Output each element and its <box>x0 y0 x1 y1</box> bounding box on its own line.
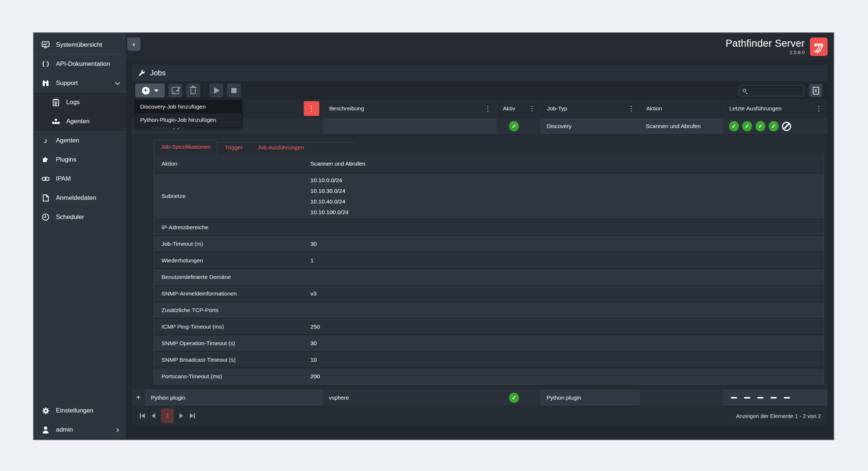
spec-row: SNMP-Anmeldeinformationen v3 <box>154 285 823 301</box>
sidebar-item-api-dokumentation[interactable]: { } API-Dokumentation <box>34 54 126 74</box>
spec-label: ICMP Ping-Timeout (ms) <box>154 323 310 330</box>
detail-tabstrip: Job-Spezifikationen Trigger Job-Ausführu… <box>154 140 824 155</box>
main-area: ‹ Pathfinder Server 2.5.6.0 Jobs <box>126 33 833 439</box>
excel-export-icon: x <box>813 87 819 95</box>
table-row-python-plugin[interactable]: + Python plugin vsphere ✓ Python plugin <box>132 389 828 406</box>
sidebar-item-logs[interactable]: Logs <box>34 93 126 112</box>
sidebar-item-scheduler[interactable]: Scheduler <box>34 208 126 227</box>
spec-row: Portscans-Timeout (ms) 200 <box>154 368 823 384</box>
tab-trigger[interactable]: Trigger <box>217 142 250 152</box>
cell-job-typ: Discovery <box>541 118 640 134</box>
check-circle-icon: ✓ <box>729 121 739 131</box>
subnet-value: 10.10.40.0/24 <box>310 196 820 207</box>
sidebar-collapse-button[interactable]: ‹ <box>127 38 140 51</box>
column-menu-button-active[interactable]: ⋮ <box>304 101 319 116</box>
previous-page-button[interactable] <box>148 409 159 423</box>
search-box[interactable] <box>739 85 804 96</box>
bar-icon <box>140 413 141 418</box>
sidebar-item-anmeldedaten[interactable]: Anmeldedaten <box>34 188 126 208</box>
add-job-split-button[interactable]: + <box>135 84 165 98</box>
sidebar-item-agenten[interactable]: ♪ Agenten <box>34 131 126 150</box>
header-beschreibung[interactable]: Beschreibung ⋮ <box>323 99 497 118</box>
page-title: Jobs <box>150 69 166 77</box>
cell-name: Python plugin <box>145 389 323 406</box>
topbar: ‹ Pathfinder Server 2.5.6.0 <box>126 33 833 60</box>
link-icon <box>41 177 50 181</box>
menu-item-python-plugin-job[interactable]: Python-Plugin-Job hinzufügen <box>135 113 242 127</box>
sidebar-item-systemuebersicht[interactable]: Systemübersicht <box>34 35 126 54</box>
chevron-down-icon <box>115 80 120 85</box>
sidebar-item-admin[interactable]: admin › <box>34 420 126 439</box>
column-menu-icon[interactable]: ⋮ <box>626 104 636 113</box>
sidebar-item-label: Anmeldedaten <box>56 194 96 202</box>
add-job-dropdown-menu: Discovery-Job hinzufügen Python-Plugin-J… <box>135 100 242 128</box>
header-aktiv[interactable]: Aktiv ⋮ <box>497 99 541 118</box>
monitor-icon <box>41 41 50 49</box>
no-execution-icon <box>744 397 750 399</box>
search-icon <box>743 89 746 92</box>
delete-job-button[interactable] <box>186 84 200 98</box>
next-page-button[interactable] <box>176 409 187 423</box>
bar-icon <box>194 413 195 418</box>
no-execution-icon <box>771 397 777 399</box>
sidebar-item-support[interactable]: Support <box>34 74 126 93</box>
column-label: Letzte Ausführungen <box>729 105 782 112</box>
edit-job-button[interactable] <box>168 84 182 98</box>
spec-value: 30 <box>310 340 823 347</box>
sidebar-item-label: Agenten <box>66 118 89 125</box>
spec-row: Zusätzliche TCP-Ports <box>154 301 823 318</box>
cell-aktion <box>640 389 723 406</box>
pathfinder-logo <box>810 38 828 56</box>
sidebar-item-label: API-Dokumentation <box>56 60 110 68</box>
expand-row-button[interactable]: + <box>132 389 145 406</box>
pager-info: Anzeigen der Elemente 1 - 2 von 2 <box>736 413 821 419</box>
column-menu-icon[interactable]: ⋮ <box>814 104 824 113</box>
spec-label: SNMP Broadcast-Timeout (s) <box>154 357 310 363</box>
first-page-button[interactable] <box>137 409 148 423</box>
sidebar-item-agenten-support[interactable]: Agenten <box>34 112 126 131</box>
sidebar-item-ipam[interactable]: IPAM <box>34 169 126 188</box>
column-menu-icon[interactable]: ⋮ <box>527 104 537 113</box>
column-label: Aktion <box>646 105 662 112</box>
page-number-current[interactable]: 1 <box>161 408 174 423</box>
menu-item-discovery-job[interactable]: Discovery-Job hinzufügen <box>135 100 242 113</box>
cell-aktiv: ✓ <box>497 118 541 134</box>
search-input[interactable] <box>749 88 797 93</box>
no-execution-icon <box>757 397 764 399</box>
sidebar-item-label: Einstellungen <box>56 407 93 414</box>
header-job-typ[interactable]: Job-Typ ⋮ <box>541 99 640 118</box>
spec-value: Scannen und Abrufen <box>310 160 823 167</box>
excel-export-button[interactable]: x <box>809 84 822 97</box>
triangle-left-icon <box>141 413 145 418</box>
last-page-button[interactable] <box>187 409 198 423</box>
trash-icon <box>191 89 196 94</box>
spec-row: Job-Timeout (m) 30 <box>154 235 823 252</box>
spec-value: 10 <box>310 357 823 363</box>
triangle-right-icon <box>190 413 193 418</box>
tab-job-ausfuehrungen[interactable]: Job-Ausführungen <box>250 142 312 152</box>
sidebar-item-einstellungen[interactable]: Einstellungen <box>34 401 126 420</box>
wrench-icon <box>138 69 146 77</box>
triangle-left-icon <box>152 413 155 418</box>
tabstrip-filler <box>311 142 355 146</box>
triangle-right-icon <box>179 413 183 418</box>
cell-letzte-ausfuehrungen <box>723 389 828 406</box>
sidebar: Systemübersicht { } API-Dokumentation Su… <box>34 33 126 439</box>
sidebar-item-plugins[interactable]: Plugins <box>34 150 126 169</box>
spec-value: 200 <box>310 373 823 380</box>
spec-label: Wiederholungen <box>154 257 310 264</box>
check-circle-icon: ✓ <box>755 121 765 131</box>
header-letzte-ausfuehrungen[interactable]: Letzte Ausführungen ⋮ <box>723 99 828 118</box>
run-job-button[interactable] <box>209 84 223 98</box>
stop-job-button[interactable] <box>227 84 241 98</box>
column-label: Aktiv <box>503 105 515 112</box>
column-menu-icon[interactable]: ⋮ <box>483 104 493 113</box>
header-aktion[interactable]: Aktion <box>640 99 723 118</box>
gear-icon <box>41 407 50 415</box>
spec-label: Subnetze <box>154 193 310 199</box>
tab-job-spezifikationen[interactable]: Job-Spezifikationen <box>154 140 217 155</box>
subnet-value: 10.10.30.0/24 <box>310 185 820 196</box>
sidebar-item-label: Systemübersicht <box>56 41 102 49</box>
sidebar-item-label: admin <box>56 426 73 433</box>
check-circle-icon: ✓ <box>769 121 779 131</box>
